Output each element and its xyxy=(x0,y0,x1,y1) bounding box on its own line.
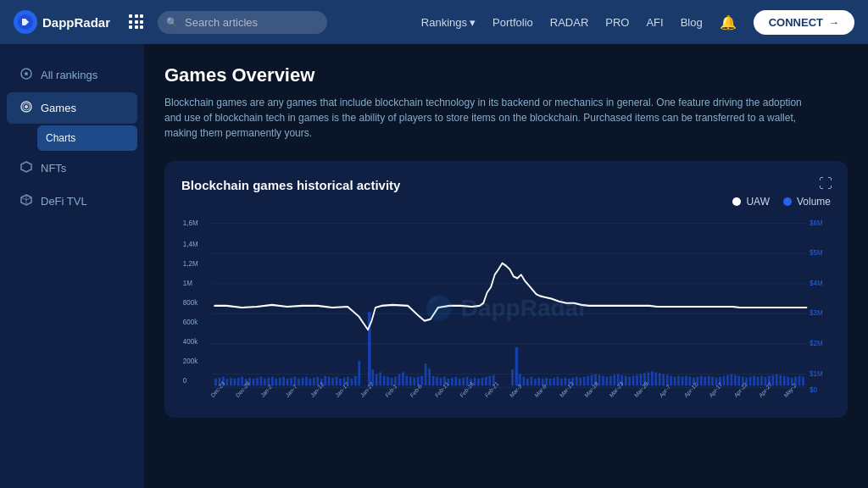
svg-rect-61 xyxy=(336,377,338,385)
svg-rect-120 xyxy=(579,378,581,385)
svg-rect-106 xyxy=(526,379,529,385)
svg-rect-78 xyxy=(406,376,409,386)
sidebar-item-defi-tvl[interactable]: DeFi TVL xyxy=(7,186,137,217)
svg-rect-39 xyxy=(253,379,255,385)
svg-rect-175 xyxy=(787,377,789,385)
svg-rect-171 xyxy=(772,375,775,386)
svg-rect-162 xyxy=(737,376,740,386)
main-content: Games Overview Blockchain games are any … xyxy=(144,44,868,488)
grid-icon[interactable] xyxy=(129,14,144,30)
svg-rect-35 xyxy=(237,378,240,385)
sidebar-item-games[interactable]: Games xyxy=(7,92,137,124)
svg-rect-71 xyxy=(379,372,381,385)
svg-rect-160 xyxy=(731,374,733,386)
svg-rect-148 xyxy=(685,376,687,386)
sidebar-item-all-rankings[interactable]: All rankings xyxy=(7,59,137,91)
svg-rect-65 xyxy=(351,379,353,385)
svg-text:200k: 200k xyxy=(183,356,198,365)
svg-text:$1M: $1M xyxy=(810,369,823,378)
svg-rect-179 xyxy=(802,377,804,385)
nav-blog[interactable]: Blog xyxy=(681,16,703,29)
nav-radar[interactable]: RADAR xyxy=(550,16,589,29)
svg-rect-100 xyxy=(489,376,492,386)
svg-text:Jan-27: Jan-27 xyxy=(359,380,375,398)
svg-text:$3M: $3M xyxy=(810,308,823,318)
header: DappRadar Rankings ▾ Portfolio RADAR PRO… xyxy=(0,0,868,44)
bell-icon[interactable]: 🔔 xyxy=(720,14,737,30)
svg-rect-102 xyxy=(511,369,514,385)
nfts-icon xyxy=(20,161,32,175)
chart-title: Blockchain games historical activity xyxy=(181,178,831,192)
svg-rect-158 xyxy=(723,376,726,386)
svg-rect-178 xyxy=(798,376,801,386)
svg-rect-144 xyxy=(670,376,672,386)
svg-text:$5M: $5M xyxy=(810,248,823,258)
svg-text:$6M: $6M xyxy=(810,218,823,227)
svg-rect-141 xyxy=(659,374,661,386)
sidebar-item-nfts[interactable]: NFTs xyxy=(7,152,137,184)
search-wrapper xyxy=(158,11,327,34)
svg-rect-146 xyxy=(677,376,680,386)
svg-rect-103 xyxy=(515,347,519,385)
nav-portfolio[interactable]: Portfolio xyxy=(492,16,533,29)
nav-pro[interactable]: PRO xyxy=(605,16,629,29)
connect-button[interactable]: CONNECT → xyxy=(754,10,854,35)
svg-text:0: 0 xyxy=(183,375,187,385)
svg-rect-133 xyxy=(628,377,631,385)
svg-rect-154 xyxy=(708,376,710,386)
svg-rect-77 xyxy=(402,372,404,385)
svg-rect-159 xyxy=(726,375,729,386)
svg-rect-142 xyxy=(662,374,665,386)
svg-rect-121 xyxy=(583,377,586,385)
svg-text:$0: $0 xyxy=(810,385,817,394)
svg-rect-66 xyxy=(354,376,357,386)
arrow-right-icon: → xyxy=(828,16,839,29)
defi-icon xyxy=(20,194,32,208)
svg-text:Dec-23: Dec-23 xyxy=(210,380,226,398)
svg-text:1M: 1M xyxy=(183,278,192,287)
svg-rect-119 xyxy=(576,377,578,385)
legend-uaw: UAW xyxy=(732,196,770,208)
legend-label-uaw: UAW xyxy=(746,196,770,208)
svg-rect-52 xyxy=(302,378,304,385)
svg-rect-55 xyxy=(313,378,315,385)
games-icon xyxy=(20,101,32,115)
svg-rect-98 xyxy=(481,378,484,385)
svg-rect-145 xyxy=(674,377,676,385)
svg-rect-173 xyxy=(779,375,782,386)
svg-rect-128 xyxy=(609,376,612,386)
svg-rect-54 xyxy=(309,379,312,385)
svg-rect-126 xyxy=(602,376,604,386)
chart-legend: UAW Volume xyxy=(181,196,831,208)
expand-icon[interactable]: ⛶ xyxy=(819,176,832,191)
search-input[interactable] xyxy=(158,11,327,34)
svg-rect-153 xyxy=(704,377,706,385)
svg-rect-165 xyxy=(749,377,752,385)
svg-rect-105 xyxy=(523,377,526,385)
svg-rect-29 xyxy=(214,379,217,385)
svg-rect-70 xyxy=(376,374,378,386)
svg-rect-112 xyxy=(549,379,552,385)
svg-text:1,2M: 1,2M xyxy=(183,258,198,268)
svg-rect-134 xyxy=(632,376,635,386)
logo[interactable]: DappRadar xyxy=(14,10,110,34)
svg-rect-79 xyxy=(409,377,412,385)
nav-afi[interactable]: AFI xyxy=(646,16,663,29)
svg-text:400k: 400k xyxy=(183,336,198,346)
svg-rect-82 xyxy=(420,376,423,386)
svg-rect-46 xyxy=(279,378,281,385)
svg-rect-111 xyxy=(545,378,548,385)
svg-rect-72 xyxy=(383,376,386,386)
svg-rect-99 xyxy=(485,377,487,385)
nav-rankings[interactable]: Rankings ▾ xyxy=(421,16,476,29)
chevron-down-icon: ▾ xyxy=(470,16,476,29)
sidebar-sub-item-charts[interactable]: Charts xyxy=(37,125,137,151)
sidebar-item-label: NFTs xyxy=(41,162,66,175)
svg-rect-73 xyxy=(387,377,389,385)
all-rankings-icon xyxy=(20,68,32,82)
svg-rect-127 xyxy=(606,377,609,385)
svg-rect-122 xyxy=(587,376,589,386)
svg-rect-40 xyxy=(256,378,259,385)
page-title: Games Overview xyxy=(164,64,848,86)
svg-rect-161 xyxy=(734,375,737,386)
